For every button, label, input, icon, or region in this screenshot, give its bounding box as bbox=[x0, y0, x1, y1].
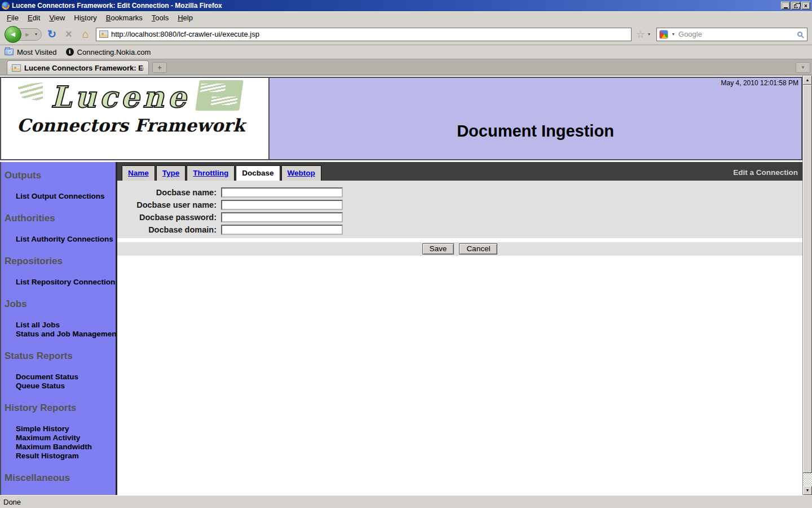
form-row: Docbase name: bbox=[117, 186, 802, 199]
menu-help[interactable]: Help bbox=[173, 12, 197, 23]
sidebar-link-maximum-activity[interactable]: Maximum Activity bbox=[16, 433, 116, 443]
list-all-tabs-button[interactable]: ▾ bbox=[796, 62, 810, 73]
url-bar bbox=[96, 28, 632, 41]
web-page: Lucene Connectors Framework May 4, 2010 … bbox=[0, 76, 802, 495]
form-row: Docbase domain: bbox=[117, 224, 802, 236]
docbase-form: Docbase name:Docbase user name:Docbase p… bbox=[117, 181, 802, 238]
sidebar: OutputsList Output ConnectionsAuthoritie… bbox=[0, 162, 117, 495]
sidebar-links: List Repository Connections bbox=[16, 278, 116, 287]
sidebar-link-list-repository-connections[interactable]: List Repository Connections bbox=[16, 278, 116, 287]
bookmarks-toolbar: Most Visited Connecting.Nokia.com bbox=[0, 45, 812, 59]
sidebar-link-result-histogram[interactable]: Result Histogram bbox=[16, 452, 116, 461]
mode-label: Edit a Connection bbox=[733, 168, 798, 177]
new-tab-button[interactable]: + bbox=[152, 62, 167, 73]
sidebar-section-jobs: Jobs bbox=[5, 299, 116, 310]
sidebar-links: Simple HistoryMaximum ActivityMaximum Ba… bbox=[16, 424, 116, 461]
form-button-strip: Save Cancel bbox=[117, 242, 802, 256]
sidebar-section-repositories: Repositories bbox=[5, 256, 116, 267]
field-label-docbase-domain: Docbase domain: bbox=[117, 225, 221, 234]
title-bar[interactable]: Lucene Connectors Framework: Edit Connec… bbox=[0, 0, 812, 11]
vertical-scrollbar[interactable]: ▲ ▼ bbox=[802, 76, 812, 495]
url-input[interactable] bbox=[111, 30, 628, 38]
search-icon[interactable] bbox=[797, 32, 802, 37]
sidebar-links: List all JobsStatus and Job Management bbox=[16, 321, 116, 339]
sidebar-section-outputs: Outputs bbox=[5, 170, 116, 181]
sidebar-link-list-authority-connections[interactable]: List Authority Connections bbox=[16, 235, 116, 244]
browser-tab-active[interactable]: Lucene Connectors Framework: Edit ... bbox=[7, 60, 149, 75]
tab-type[interactable]: Type bbox=[156, 165, 186, 181]
minimize-icon bbox=[784, 7, 788, 8]
timestamp: May 4, 2010 12:01:58 PM bbox=[721, 79, 798, 87]
menu-edit[interactable]: Edit bbox=[23, 12, 45, 23]
back-button[interactable]: ◄ bbox=[5, 26, 21, 43]
tab-name[interactable]: Name bbox=[122, 165, 155, 181]
bookmark-connecting-nokia[interactable]: Connecting.Nokia.com bbox=[66, 48, 151, 56]
bookmark-label: Connecting.Nokia.com bbox=[77, 48, 151, 56]
sidebar-section-miscellaneous: Miscellaneous bbox=[5, 472, 116, 484]
menu-file[interactable]: File bbox=[2, 12, 23, 23]
sidebar-link-maximum-bandwidth[interactable]: Maximum Bandwidth bbox=[16, 443, 116, 452]
tab-link-label: Type bbox=[162, 169, 180, 177]
scrollbar-thumb[interactable] bbox=[803, 85, 812, 473]
status-text: Done bbox=[3, 498, 21, 506]
field-input-docbase-password[interactable] bbox=[221, 212, 343, 222]
sidebar-link-simple-history[interactable]: Simple History bbox=[16, 424, 116, 433]
tab-webtop[interactable]: Webtop bbox=[281, 165, 321, 181]
search-bar: ▾ bbox=[656, 28, 807, 41]
tab-link-label: Throttling bbox=[193, 169, 228, 177]
bookmark-star-icon[interactable]: ☆ bbox=[636, 28, 645, 41]
bookmark-label: Most Visited bbox=[17, 48, 57, 56]
bookmark-star-cluster: ☆ ▾ bbox=[635, 28, 653, 41]
sidebar-link-list-output-connections[interactable]: List Output Connections bbox=[16, 192, 116, 201]
connection-tab-bar: NameTypeThrottlingDocbaseWebtopEdit a Co… bbox=[117, 162, 802, 181]
sidebar-links: List Authority Connections bbox=[16, 235, 116, 244]
lucene-logo: Lucene Connectors Framework bbox=[1, 78, 270, 159]
tab-favicon bbox=[12, 64, 21, 72]
forward-button[interactable]: ► bbox=[20, 31, 33, 38]
field-label-docbase-name: Docbase name: bbox=[117, 188, 221, 197]
divider bbox=[117, 238, 802, 242]
tab-link-label: Webtop bbox=[288, 169, 315, 177]
tab-docbase[interactable]: Docbase bbox=[236, 165, 280, 181]
menu-history[interactable]: History bbox=[69, 12, 101, 23]
restore-button[interactable] bbox=[791, 2, 800, 10]
cancel-button[interactable]: Cancel bbox=[459, 243, 497, 255]
sidebar-link-status-and-job-management[interactable]: Status and Job Management bbox=[16, 330, 116, 339]
menu-tools[interactable]: Tools bbox=[147, 12, 173, 23]
field-label-docbase-password: Docbase password: bbox=[117, 213, 221, 222]
search-engine-dropdown-icon[interactable]: ▾ bbox=[670, 32, 676, 37]
bookmark-dropdown-icon[interactable]: ▾ bbox=[646, 32, 652, 37]
stop-button[interactable]: × bbox=[62, 28, 76, 41]
sidebar-link-document-status[interactable]: Document Status bbox=[16, 373, 116, 382]
scroll-up-button[interactable]: ▲ bbox=[803, 76, 812, 85]
history-nav-cluster: ◄ ► ▾ bbox=[5, 28, 42, 41]
history-dropdown-icon[interactable]: ▾ bbox=[33, 32, 39, 37]
field-input-docbase-user-name[interactable] bbox=[221, 200, 343, 210]
firefox-icon bbox=[2, 2, 10, 10]
scrollbar-track[interactable] bbox=[803, 473, 812, 486]
minimize-button[interactable] bbox=[781, 2, 790, 10]
sidebar-link-help[interactable]: Help bbox=[16, 494, 116, 495]
restore-icon bbox=[794, 5, 798, 8]
google-icon bbox=[659, 30, 668, 39]
sidebar-link-list-all-jobs[interactable]: List all Jobs bbox=[16, 321, 116, 330]
sidebar-section-status-reports: Status Reports bbox=[5, 351, 116, 362]
reload-button[interactable]: ↻ bbox=[45, 28, 59, 41]
page-header: Lucene Connectors Framework May 4, 2010 … bbox=[0, 77, 802, 160]
logo-swoosh-icon bbox=[17, 82, 43, 102]
menu-bookmarks[interactable]: Bookmarks bbox=[102, 12, 147, 23]
home-button[interactable]: ⌂ bbox=[79, 28, 92, 41]
tab-link-label: Name bbox=[128, 169, 149, 177]
bookmark-most-visited[interactable]: Most Visited bbox=[5, 48, 57, 56]
sidebar-link-queue-status[interactable]: Queue Status bbox=[16, 382, 116, 391]
scroll-down-button[interactable]: ▼ bbox=[803, 486, 812, 495]
page-viewport: Lucene Connectors Framework May 4, 2010 … bbox=[0, 76, 812, 495]
field-input-docbase-name[interactable] bbox=[221, 187, 343, 198]
menu-view[interactable]: View bbox=[45, 12, 69, 23]
field-input-docbase-domain[interactable] bbox=[221, 225, 343, 235]
save-button[interactable]: Save bbox=[422, 243, 454, 255]
close-button[interactable]: × bbox=[801, 2, 810, 10]
search-input[interactable] bbox=[678, 30, 795, 38]
page-banner: May 4, 2010 12:01:58 PM Document Ingesti… bbox=[270, 78, 801, 159]
tab-throttling[interactable]: Throttling bbox=[187, 165, 235, 181]
